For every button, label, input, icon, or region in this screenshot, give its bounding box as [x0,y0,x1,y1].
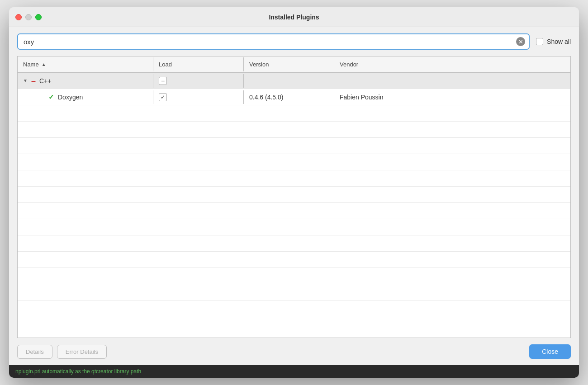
plugin-load-checkbox[interactable]: ✓ [159,93,167,101]
status-text: nplugin.pri automatically as the qtcreat… [15,368,141,375]
search-input[interactable] [22,38,516,46]
empty-row [18,235,570,252]
plugin-name-label: Doxygen [58,94,83,101]
empty-row [18,170,570,187]
table-rows: ▼ – C++ − ✓ Doxygen ✓ [18,73,570,338]
table-row[interactable]: ✓ Doxygen ✓ 0.4.6 (4.5.0) Fabien Poussin [18,89,570,105]
group-name-cell: ▼ – C++ [18,74,153,88]
close-button[interactable]: Close [529,344,571,359]
search-bar: ✕ Show all [9,27,579,56]
empty-row [18,187,570,203]
group-load-cell: − [153,74,244,88]
empty-row [18,252,570,268]
child-vendor-cell: Fabien Poussin [334,91,570,103]
show-all-checkbox[interactable] [536,38,543,45]
col-header-name[interactable]: Name ▲ [18,57,153,71]
maximize-window-button[interactable] [35,14,42,20]
table-header: Name ▲ Load Version Vendor [18,56,570,73]
child-version-cell: 0.4.6 (4.5.0) [244,91,334,103]
close-window-button[interactable] [15,14,22,20]
clear-search-button[interactable]: ✕ [516,37,525,46]
child-name-cell: ✓ Doxygen [18,90,153,104]
group-status-minus-icon: – [31,77,36,85]
show-all-wrapper: Show all [536,38,571,45]
installed-plugins-dialog: Installed Plugins ✕ Show all Name ▲ Load… [9,7,579,378]
empty-row [18,122,570,138]
empty-row [18,268,570,284]
footer-bar: Details Error Details Close [9,338,579,365]
details-button[interactable]: Details [17,345,52,359]
empty-row [18,154,570,170]
plugins-table: Name ▲ Load Version Vendor ▼ – C++ − [17,56,571,338]
col-header-vendor[interactable]: Vendor [334,57,570,71]
show-all-label: Show all [547,38,571,45]
title-bar: Installed Plugins [9,7,579,27]
group-load-minus-control[interactable]: − [159,77,167,85]
col-header-version[interactable]: Version [244,57,334,71]
window-controls [15,14,42,20]
status-bar: nplugin.pri automatically as the qtcreat… [9,365,579,378]
table-row[interactable]: ▼ – C++ − [18,73,570,89]
empty-row [18,138,570,154]
group-vendor-cell [334,78,570,84]
group-version-cell [244,78,334,84]
minimize-window-button[interactable] [25,14,32,20]
group-name-label: C++ [39,77,51,85]
sort-arrow-icon: ▲ [42,62,46,67]
empty-row [18,219,570,235]
expand-icon[interactable]: ▼ [23,78,28,83]
col-header-load[interactable]: Load [153,57,244,71]
window-title: Installed Plugins [269,14,319,21]
empty-row [18,105,570,122]
empty-row [18,284,570,300]
empty-row [18,203,570,219]
child-load-cell: ✓ [153,90,244,104]
search-input-wrapper: ✕ [17,33,530,50]
plugin-status-check-icon: ✓ [48,93,54,101]
error-details-button[interactable]: Error Details [57,345,107,359]
